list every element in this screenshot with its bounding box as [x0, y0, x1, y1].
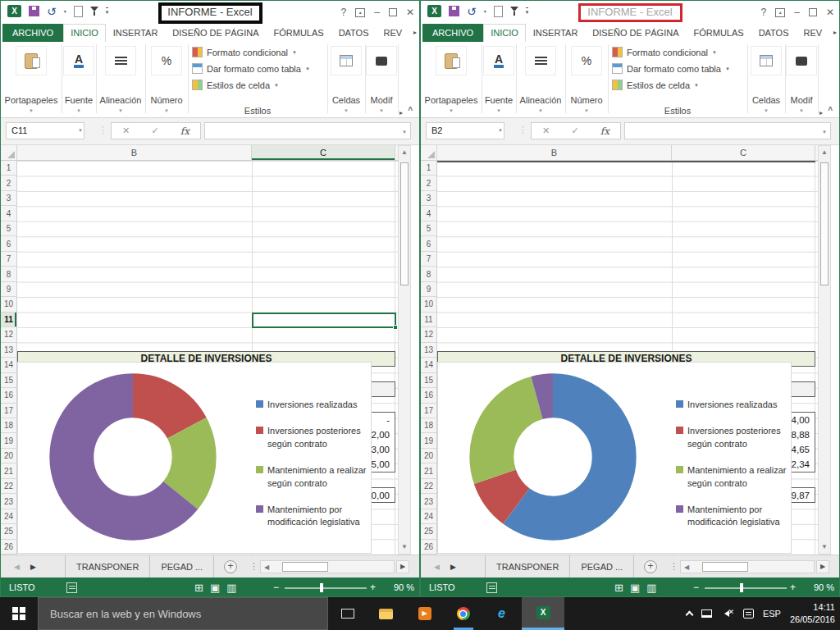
donut-chart[interactable]: Inversiones realizadasInversiones poster… [17, 362, 372, 554]
ribbon-tab-fórmulas[interactable]: FÓRMULAS [267, 24, 331, 42]
next-sheet-icon[interactable]: ▶ [450, 563, 456, 571]
row-header-18[interactable]: 18 [421, 418, 436, 433]
ribbon-tab-archivo[interactable]: ARCHIVO [2, 24, 63, 42]
add-sheet-icon[interactable]: + [224, 560, 237, 573]
ribbon-tab-rev[interactable]: REV [797, 24, 830, 42]
macro-record-icon[interactable] [66, 582, 77, 593]
excel-taskbar-button[interactable]: X [522, 597, 564, 630]
ribbon-tab-archivo[interactable]: ARCHIVO [422, 24, 483, 42]
group-modificar[interactable]: Modif ▼ [365, 42, 398, 117]
language-indicator[interactable]: ESP [763, 609, 781, 619]
row-header-25[interactable]: 25 [1, 524, 16, 539]
select-all-corner[interactable] [1, 145, 17, 160]
row-header-8[interactable]: 8 [1, 267, 16, 281]
row-header-5[interactable]: 5 [421, 221, 436, 236]
expand-formula-bar-icon[interactable]: ▼ [822, 130, 827, 135]
row-header-15[interactable]: 15 [1, 373, 16, 388]
new-document-icon[interactable] [494, 6, 503, 17]
row-header-26[interactable]: 26 [1, 540, 16, 555]
row-header-16[interactable]: 16 [421, 388, 436, 403]
group-fuente[interactable]: A Fuente ▼ [62, 42, 96, 117]
selected-cell-c11[interactable] [252, 313, 396, 328]
row-header-25[interactable]: 25 [421, 524, 436, 539]
dialog-launcher-icon[interactable]: ▼ [482, 108, 516, 113]
group-celdas[interactable]: Celdas ▼ [747, 42, 785, 117]
undo-icon[interactable]: ↺ [467, 6, 477, 17]
group-portapapeles[interactable]: Portapapeles ▼ [421, 42, 482, 117]
row-header-19[interactable]: 19 [421, 433, 436, 448]
row-header-15[interactable]: 15 [421, 373, 436, 388]
internet-explorer-button[interactable]: e [482, 597, 521, 630]
scroll-down-icon[interactable]: ▼ [819, 541, 830, 554]
group-portapapeles[interactable]: Portapapeles ▼ [1, 42, 62, 117]
dialog-launcher-icon[interactable]: ▼ [421, 108, 482, 113]
row-header-21[interactable]: 21 [1, 463, 16, 478]
row-header-12[interactable]: 12 [421, 327, 436, 342]
zoom-level[interactable]: 90 % [798, 578, 834, 597]
group-fuente[interactable]: A Fuente ▼ [482, 42, 516, 117]
zoom-slider-thumb[interactable] [740, 583, 743, 592]
row-header-14[interactable]: 14 [421, 358, 436, 372]
close-icon[interactable]: ✕ [826, 7, 834, 18]
ribbon-tab-rev[interactable]: REV [377, 24, 410, 42]
cancel-entry-icon[interactable]: ✕ [542, 126, 550, 136]
horizontal-scrollbar[interactable]: ◀ [260, 560, 395, 573]
donut-chart[interactable]: Inversiones realizadasInversiones poster… [437, 362, 792, 554]
zoom-slider-thumb[interactable] [320, 583, 323, 592]
tab-overflow-icon[interactable]: ▸ [833, 29, 837, 36]
new-document-icon[interactable] [74, 6, 83, 17]
file-explorer-button[interactable] [367, 597, 405, 630]
row-header-16[interactable]: 16 [1, 388, 16, 403]
help-icon[interactable]: ? [341, 7, 347, 18]
collapse-ribbon-icon[interactable]: ^ [828, 106, 833, 115]
zoom-out-icon[interactable]: − [693, 578, 699, 597]
undo-dropdown-icon[interactable]: ▾ [64, 8, 66, 14]
row-header-8[interactable]: 8 [421, 267, 436, 281]
confirm-entry-icon[interactable]: ✓ [151, 126, 158, 136]
row-header-20[interactable]: 20 [421, 449, 436, 463]
ribbon-tab-diseño-de-página[interactable]: DISEÑO DE PÁGINA [585, 24, 686, 42]
page-break-view-icon[interactable]: ▥ [226, 582, 236, 594]
column-header-c[interactable]: C [252, 145, 395, 160]
zoom-in-icon[interactable]: + [790, 578, 796, 597]
confirm-entry-icon[interactable]: ✓ [571, 126, 578, 136]
ribbon-tab-datos[interactable]: DATOS [751, 24, 797, 42]
row-header-10[interactable]: 10 [421, 297, 436, 312]
row-header-10[interactable]: 10 [1, 297, 16, 312]
scrollbar-thumb[interactable] [400, 162, 409, 285]
scrollbar-thumb[interactable] [820, 162, 829, 285]
maximize-icon[interactable] [389, 8, 397, 16]
scroll-up-icon[interactable]: ▲ [399, 146, 410, 159]
row-header-12[interactable]: 12 [1, 327, 16, 342]
spreadsheet-grid[interactable]: 1234567891011121314151617181920212223242… [1, 161, 411, 555]
row-header-17[interactable]: 17 [1, 404, 16, 418]
zoom-out-icon[interactable]: − [273, 578, 279, 597]
row-header-1[interactable]: 1 [421, 161, 436, 176]
vertical-scrollbar[interactable]: ▲ ▼ [818, 145, 831, 555]
scroll-right-icon[interactable]: ▶ [816, 560, 829, 573]
insert-function-icon[interactable]: fx [180, 126, 189, 137]
row-header-4[interactable]: 4 [1, 206, 16, 221]
row-header-18[interactable]: 18 [1, 418, 16, 433]
group-numero[interactable]: % Número ▼ [565, 42, 608, 117]
ribbon-tab-insertar[interactable]: INSERTAR [106, 24, 166, 42]
dialog-launcher-icon[interactable]: ▼ [565, 108, 608, 113]
row-header-23[interactable]: 23 [1, 494, 16, 509]
cell-styles-button[interactable]: Estilos de celda▼ [192, 80, 310, 90]
ribbon-display-options-icon[interactable]: ▲ [775, 8, 785, 17]
formula-input[interactable]: ▼ [624, 122, 831, 139]
scrollbar-thumb[interactable] [702, 562, 748, 572]
conditional-format-button[interactable]: Formato condicional▼ [192, 47, 310, 57]
macro-record-icon[interactable] [486, 582, 497, 593]
scroll-left-icon[interactable]: ◀ [261, 564, 272, 571]
row-header-20[interactable]: 20 [1, 449, 16, 463]
scroll-left-icon[interactable]: ◀ [681, 564, 692, 571]
clock[interactable]: 14:11 26/05/2016 [790, 601, 835, 626]
conditional-format-button[interactable]: Formato condicional▼ [612, 47, 730, 57]
select-all-corner[interactable] [421, 145, 437, 160]
start-button[interactable] [0, 597, 38, 630]
zoom-slider[interactable] [705, 587, 787, 589]
chrome-button[interactable] [444, 597, 482, 630]
ribbon-tab-inicio[interactable]: INICIO [63, 24, 106, 42]
expand-formula-bar-icon[interactable]: ▼ [402, 130, 407, 135]
